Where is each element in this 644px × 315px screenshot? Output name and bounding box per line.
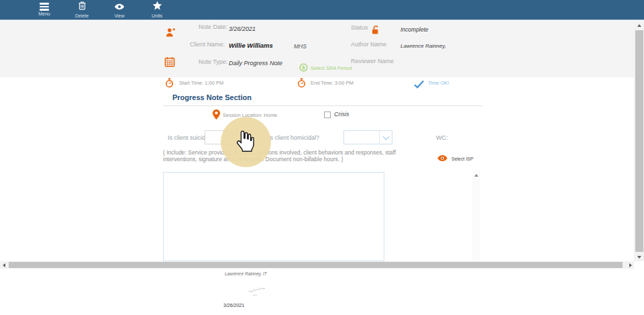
note-date-label: Note Date: — [199, 24, 227, 30]
unlock-icon — [371, 25, 380, 38]
select-sra-button[interactable]: $ Select SRA Period — [299, 63, 352, 73]
calendar-icon[interactable] — [164, 56, 175, 70]
toolbar-item-label: Delete — [75, 13, 89, 19]
crisis-label: Crisis — [334, 111, 350, 118]
horizontal-scrollbar-thumb[interactable] — [9, 262, 623, 268]
dropdown-button[interactable] — [379, 131, 392, 144]
app-toolbar: Menu Delete View Units — [0, 0, 644, 20]
hand-cursor-icon — [234, 130, 254, 155]
include-instructions: ( Include: Service provided, duration, p… — [163, 149, 399, 163]
select-isp-label: Select ISP — [451, 156, 474, 161]
stopwatch-icon — [297, 78, 306, 91]
svg-text:$: $ — [302, 64, 305, 71]
scroll-left-button[interactable] — [0, 261, 7, 269]
toolbar-item-delete[interactable]: Delete — [63, 0, 101, 20]
scroll-down-button[interactable] — [634, 253, 644, 261]
star-icon — [152, 1, 162, 13]
scroll-up-button[interactable] — [472, 172, 480, 179]
section-title: Progress Note Section — [172, 93, 252, 101]
client-name-value: Willie Williams — [229, 42, 273, 49]
status-label: Status — [351, 24, 368, 31]
homicidal-label: Is client homicidal? — [268, 134, 319, 141]
toolbar-item-view[interactable]: View — [101, 0, 138, 20]
vertical-scrollbar-thumb[interactable] — [635, 30, 643, 252]
checkmark-icon — [413, 79, 425, 91]
eye-icon — [114, 1, 125, 13]
progress-note-window: Menu Delete View Units Note Date: 3/26/2 — [0, 0, 644, 315]
orange-eye-icon — [437, 154, 448, 163]
author-name-value: Lawrence Rainney, — [400, 43, 446, 49]
location-pin-icon — [212, 109, 221, 123]
start-time-text: Start Time: 1:00 PM — [179, 80, 223, 86]
signature-scribble — [247, 286, 270, 302]
time-ok-text: Time OK! — [428, 80, 449, 86]
toolbar-item-label: Units — [152, 13, 162, 19]
toolbar-item-units[interactable]: Units — [138, 0, 176, 20]
note-type-label: Note Type: — [199, 58, 227, 65]
wc-label: WC: — [436, 134, 448, 141]
signature-credentials: Lawrence Rainney, IT — [225, 271, 267, 276]
chevron-down-icon — [382, 133, 389, 140]
isp-panel-scrollbar[interactable] — [472, 171, 480, 262]
add-client-icon[interactable] — [165, 27, 176, 41]
dollar-circle-icon: $ — [299, 63, 308, 73]
select-sra-label: Select SRA Period — [311, 65, 352, 71]
note-date-value[interactable]: 3/26/2021 — [229, 26, 256, 32]
select-isp-button[interactable]: Select ISP — [437, 154, 474, 163]
note-type-value[interactable]: Daily Progress Note — [229, 60, 282, 66]
end-time-text: End Time: 3:00 PM — [311, 80, 354, 86]
toolbar-item-label: View — [114, 13, 124, 19]
horizontal-scrollbar[interactable] — [0, 261, 634, 269]
client-credential: MHS — [294, 43, 307, 50]
section-divider — [163, 105, 482, 106]
status-value: Incomplete — [400, 26, 429, 33]
scroll-right-button[interactable] — [627, 261, 634, 269]
menu-icon — [40, 3, 49, 10]
trash-icon — [78, 1, 87, 13]
toolbar-item-label: Menu — [38, 11, 50, 17]
note-textarea[interactable] — [163, 172, 384, 261]
reviewer-name-label: Reviewer Name — [351, 58, 394, 64]
stopwatch-icon — [165, 78, 174, 91]
homicidal-select[interactable] — [343, 130, 392, 144]
toolbar-item-menu[interactable]: Menu — [25, 0, 63, 20]
client-name-label: Client Name: — [190, 41, 225, 48]
author-name-label: Author Name — [351, 41, 386, 48]
signature-date: 3/26/2021 — [223, 303, 244, 308]
vertical-scrollbar[interactable] — [634, 21, 644, 261]
crisis-checkbox[interactable] — [324, 111, 331, 118]
scroll-up-button[interactable] — [634, 21, 644, 30]
